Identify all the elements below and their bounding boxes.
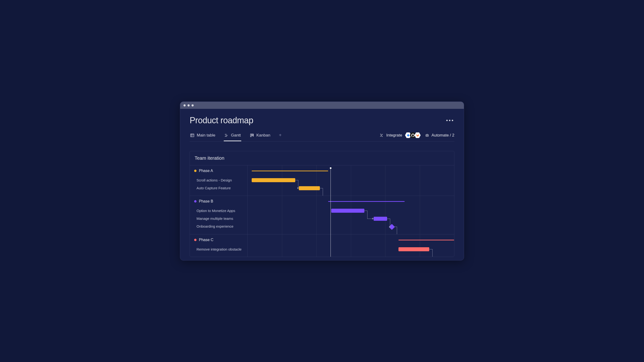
phase-label-column: Phase A Scroll actions - DesignAuto Capt… (190, 165, 248, 196)
phase-label-column: Phase B Option to Monetize AppsManage mu… (190, 196, 248, 234)
task-bar[interactable] (299, 186, 320, 190)
integrate-label: Integrate (386, 133, 402, 138)
integration-logos (405, 132, 421, 138)
svg-rect-6 (250, 134, 252, 137)
phase-chart-area (248, 196, 454, 234)
page-title: Product roadmap (190, 115, 253, 125)
board-title: Team iteration (190, 151, 454, 165)
window-control-dot[interactable] (184, 104, 186, 106)
add-view-button[interactable]: + (279, 132, 282, 140)
phase-chart-area (248, 235, 454, 257)
today-marker (330, 168, 331, 257)
gantt-board: Team iteration Phase A Scroll actions - … (190, 151, 454, 257)
task-label[interactable]: Onboarding experience (190, 222, 248, 230)
task-bar[interactable] (331, 209, 364, 213)
automate-button[interactable]: Automate / 2 (425, 133, 454, 138)
gantt-phase-row: Phase C Remove integration obstacle (190, 234, 454, 257)
window-titlebar (180, 102, 464, 109)
automate-label: Automate / 2 (432, 133, 454, 138)
kanban-icon (250, 133, 254, 137)
gitlab-logo-icon (414, 132, 421, 138)
svg-rect-7 (252, 134, 253, 136)
phase-header[interactable]: Phase A (190, 165, 248, 176)
tab-label: Main table (197, 133, 215, 138)
svg-point-10 (426, 135, 427, 136)
phase-color-dot (194, 200, 196, 203)
tab-gantt[interactable]: Gantt (224, 132, 241, 141)
content-area: Product roadmap ••• Main table Gantt (180, 109, 464, 260)
tab-label: Kanban (256, 133, 270, 138)
window-control-dot[interactable] (192, 104, 194, 106)
tab-main-table[interactable]: Main table (190, 132, 216, 141)
tab-label: Gantt (231, 133, 241, 138)
phase-summary-bar[interactable] (328, 201, 405, 202)
integrate-button[interactable]: Integrate (379, 132, 421, 138)
phase-name: Phase C (199, 238, 213, 242)
phase-header[interactable]: Phase C (190, 235, 248, 245)
task-label[interactable]: Auto Capture Feature (190, 184, 248, 192)
task-label[interactable]: Scroll actions - Design (190, 176, 248, 184)
svg-point-11 (427, 135, 428, 136)
task-bar[interactable] (374, 217, 387, 221)
today-marker-dot (330, 167, 332, 169)
phase-label-column: Phase C Remove integration obstacle (190, 235, 248, 257)
task-bar[interactable] (398, 247, 430, 251)
tab-kanban[interactable]: Kanban (249, 132, 271, 141)
phase-color-dot (194, 239, 196, 241)
window-control-dot[interactable] (188, 104, 190, 106)
svg-rect-0 (190, 134, 194, 137)
integrate-icon (379, 133, 384, 137)
gantt-phase-row: Phase B Option to Monetize AppsManage mu… (190, 196, 454, 234)
view-tabs: Main table Gantt Kanban + (190, 132, 454, 141)
more-menu-icon[interactable]: ••• (446, 117, 454, 123)
task-bar[interactable] (252, 178, 295, 182)
svg-rect-9 (426, 134, 428, 136)
gantt-icon (224, 133, 228, 137)
phase-name: Phase A (199, 169, 213, 173)
phase-summary-bar[interactable] (252, 171, 328, 171)
phase-color-dot (194, 170, 196, 172)
svg-rect-8 (253, 134, 254, 136)
automate-icon (425, 133, 429, 137)
task-label[interactable]: Manage multiple teams (190, 215, 248, 222)
phase-summary-bar[interactable] (398, 240, 454, 240)
gantt-phase-row: Phase A Scroll actions - DesignAuto Capt… (190, 165, 454, 196)
task-label[interactable]: Remove integration obstacle (190, 245, 248, 253)
task-label[interactable]: Option to Monetize Apps (190, 207, 248, 215)
table-icon (190, 133, 194, 137)
gantt-rows: Phase A Scroll actions - DesignAuto Capt… (190, 165, 454, 257)
phase-header[interactable]: Phase B (190, 196, 248, 207)
phase-name: Phase B (199, 199, 213, 203)
phase-chart-area (248, 165, 454, 196)
app-window: Product roadmap ••• Main table Gantt (180, 101, 464, 261)
